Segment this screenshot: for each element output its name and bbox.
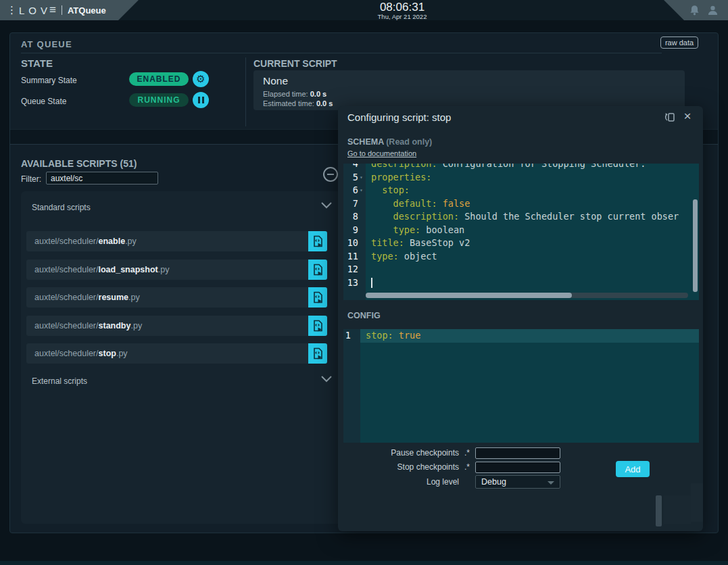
line-number: 7 <box>343 197 366 211</box>
current-script-card: None Elapsed time: 0.0 s Estimated time:… <box>253 70 685 110</box>
line-number: 13 <box>343 276 366 290</box>
script-item[interactable]: auxtel/scheduler/enable.py <box>26 231 327 251</box>
close-icon[interactable]: × <box>680 108 695 124</box>
line-number: 8 <box>343 210 366 224</box>
code-line: stop: true <box>360 329 699 343</box>
filter-input[interactable] <box>46 172 158 185</box>
chevron-down-icon <box>548 481 554 485</box>
schema-gutter: 45▾6▾78910111213 <box>343 164 366 300</box>
launch-script-button[interactable] <box>308 260 327 280</box>
line-number: 9 <box>343 224 366 237</box>
script-path: auxtel/scheduler/enable.py <box>26 237 308 246</box>
config-code-editor[interactable]: 1 stop: true <box>343 329 699 443</box>
modal-scroll-track <box>664 495 691 524</box>
top-bar-left: ⋮ LOV ≡ ATQueue <box>0 0 139 20</box>
script-path: auxtel/scheduler/resume.py <box>26 293 308 302</box>
pause-checkpoints-label: Pause checkpoints <box>343 448 459 458</box>
script-path: auxtel/scheduler/stop.py <box>26 349 308 358</box>
launch-script-button[interactable] <box>308 231 327 251</box>
code-line: properties: <box>371 171 699 185</box>
script-item[interactable]: auxtel/scheduler/standby.py <box>26 316 327 336</box>
app-name: ATQueue <box>68 5 106 16</box>
code-line: default: false <box>371 197 699 211</box>
add-button[interactable]: Add <box>616 461 650 477</box>
script-item[interactable]: auxtel/scheduler/resume.py <box>26 287 327 308</box>
schema-code-editor[interactable]: 45▾6▾78910111213 description: Configurat… <box>343 164 699 300</box>
code-line: description: Should the Scheduler stop c… <box>371 210 699 224</box>
available-scripts-title: AVAILABLE SCRIPTS (51) <box>21 158 137 169</box>
log-level-select[interactable]: Debug <box>475 475 560 489</box>
chevron-down-icon[interactable] <box>321 202 332 209</box>
elapsed-time-label: Elapsed time: <box>263 90 308 98</box>
schema-title: SCHEMA <box>347 137 384 147</box>
launch-script-icon <box>312 320 324 332</box>
documentation-link[interactable]: Go to documentation <box>347 149 416 157</box>
resize-icon <box>663 111 677 124</box>
top-bar: ⋮ LOV ≡ ATQueue 08:06:31 Thu, Apr 21 202… <box>0 0 728 20</box>
pause-queue-button[interactable] <box>193 92 209 108</box>
top-bar-right <box>664 0 728 20</box>
summary-state-badge: ENABLED <box>129 72 189 86</box>
elapsed-time-value: 0.0 s <box>310 90 326 98</box>
code-line: type: object <box>371 250 699 264</box>
code-line <box>371 276 699 290</box>
menu-icon[interactable]: ⋮ <box>7 0 19 20</box>
collapse-section-icon[interactable] <box>323 167 338 182</box>
vertical-scrollbar-thumb[interactable] <box>693 199 698 292</box>
summary-state-config-button[interactable]: ⚙ <box>193 71 209 87</box>
clock: 08:06:31 Thu, Apr 21 2022 <box>358 1 446 20</box>
line-number: 4 <box>343 164 366 171</box>
standard-scripts-header[interactable]: Standard scripts <box>32 203 91 212</box>
launch-script-button[interactable] <box>308 287 327 308</box>
clock-date: Thu, Apr 21 2022 <box>358 13 446 20</box>
text-cursor <box>371 278 372 288</box>
line-number: 11 <box>343 250 366 264</box>
atqueue-app: ⋮ LOV ≡ ATQueue 08:06:31 Thu, Apr 21 202… <box>0 0 728 565</box>
external-scripts-header[interactable]: External scripts <box>32 376 87 386</box>
code-line <box>371 263 699 276</box>
script-item[interactable]: auxtel/scheduler/stop.py <box>26 343 327 364</box>
code-line: description: Configuration for Stopping … <box>371 164 699 171</box>
header-divider <box>21 53 662 53</box>
notifications-bell-icon[interactable] <box>689 5 700 16</box>
queue-state-badge: RUNNING <box>129 93 189 107</box>
clock-time: 08:06:31 <box>358 1 446 13</box>
estimated-time-label: Estimated time: <box>263 99 314 107</box>
line-number: 6▾ <box>343 184 366 197</box>
schema-code: description: Configuration for Stopping … <box>366 164 699 300</box>
stop-checkpoints-input[interactable] <box>475 462 560 473</box>
raw-data-button[interactable]: raw data <box>660 36 698 49</box>
line-number: 10 <box>343 237 366 250</box>
code-line: stop: <box>371 184 699 197</box>
pause-checkpoints-hint: .* <box>462 448 470 458</box>
config-title: CONFIG <box>347 311 381 320</box>
schema-readonly-label: (Read only) <box>386 137 432 147</box>
resize-panel-button[interactable] <box>663 111 677 124</box>
love-logo: LOV <box>19 5 51 16</box>
config-gutter: 1 <box>343 329 360 443</box>
chevron-down-icon[interactable] <box>321 376 332 383</box>
modal-scrollbar-thumb[interactable] <box>656 495 662 526</box>
code-line: title: BaseStop v2 <box>371 237 699 250</box>
user-icon[interactable] <box>707 5 719 16</box>
horizontal-scrollbar-thumb[interactable] <box>366 293 572 298</box>
launch-script-icon <box>312 347 324 360</box>
line-number: 1 <box>343 329 360 343</box>
page-title: AT QUEUE <box>21 39 72 49</box>
script-item[interactable]: auxtel/scheduler/load_snapshot.py <box>26 260 327 280</box>
launch-script-button[interactable] <box>308 343 327 364</box>
estimated-time-value: 0.0 s <box>316 99 333 107</box>
launch-script-icon <box>312 291 324 303</box>
script-path: auxtel/scheduler/load_snapshot.py <box>26 265 308 274</box>
gear-icon: ⚙ <box>196 74 205 84</box>
current-script-name: None <box>263 75 675 87</box>
code-line: type: boolean <box>371 224 699 237</box>
logo-divider <box>62 5 62 15</box>
config-code: stop: true <box>360 329 699 443</box>
filter-label: Filter: <box>21 174 41 184</box>
summary-state-label: Summary State <box>21 76 77 85</box>
configure-script-modal: Configuring script: stop × SCHEMA (Read … <box>338 106 703 531</box>
pause-checkpoints-input[interactable] <box>475 447 560 459</box>
launch-script-button[interactable] <box>308 316 327 336</box>
modal-corner-panel <box>691 483 703 522</box>
